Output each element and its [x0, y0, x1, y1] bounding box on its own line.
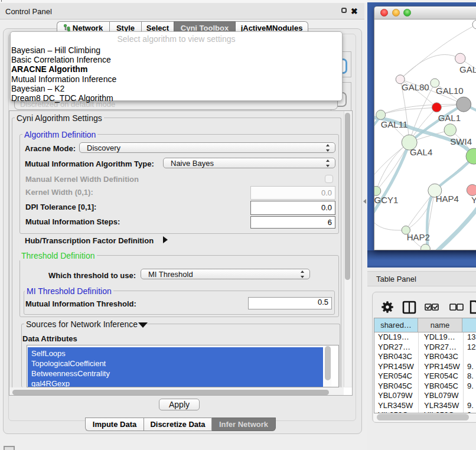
svg-text:GAL10: GAL10 — [436, 86, 464, 96]
svg-text:Y: Y — [471, 195, 476, 205]
svg-text:GAL4: GAL4 — [410, 147, 432, 157]
svg-text:GAL7: GAL7 — [459, 64, 476, 74]
svg-text:GAL11: GAL11 — [381, 119, 408, 129]
svg-text:HAP2: HAP2 — [407, 232, 430, 242]
svg-text:GCY1: GCY1 — [374, 195, 398, 205]
svg-text:GAL80: GAL80 — [402, 82, 429, 92]
svg-text:SWI4: SWI4 — [450, 136, 472, 146]
svg-text:GAL1: GAL1 — [438, 113, 461, 123]
svg-text:HAP4: HAP4 — [436, 194, 459, 204]
